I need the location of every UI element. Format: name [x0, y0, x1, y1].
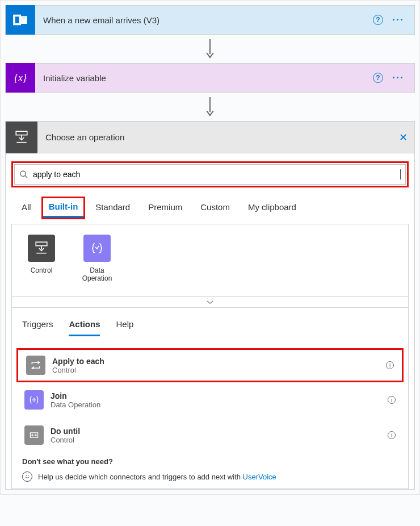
subtab-help[interactable]: Help	[116, 319, 133, 336]
svg-point-17	[26, 475, 27, 476]
action-name: Do until	[51, 427, 381, 436]
variable-icon: {x}	[6, 63, 35, 93]
connector-data-operation[interactable]: Data Operation	[78, 235, 116, 282]
footer-hint: Don't see what you need? Help us decide …	[22, 457, 398, 482]
join-icon	[24, 390, 44, 410]
action-do-until[interactable]: Do until Control i	[22, 422, 398, 448]
subtab-triggers[interactable]: Triggers	[22, 319, 53, 336]
tab-standard[interactable]: Standard	[87, 199, 138, 219]
tab-builtin-highlight: Built-in	[41, 197, 86, 219]
svg-point-8	[20, 171, 26, 176]
trigger-email-card[interactable]: When a new email arrives (V3) ? ···	[5, 5, 415, 35]
action-name: Join	[51, 391, 381, 400]
action-connector: Data Operation	[51, 400, 381, 409]
help-icon[interactable]: ?	[373, 15, 383, 25]
apply-to-each-highlight: Apply to each Control i	[16, 348, 404, 382]
tab-builtin[interactable]: Built-in	[43, 198, 84, 218]
connector-arrow-icon	[203, 35, 217, 63]
collapse-toggle[interactable]	[11, 297, 409, 308]
choose-operation-panel: Choose an operation ✕ All Built-in Stand…	[5, 121, 415, 490]
connector-arrow-icon	[203, 93, 217, 121]
svg-point-18	[28, 475, 28, 476]
tab-all[interactable]: All	[14, 199, 39, 219]
info-icon[interactable]: i	[388, 431, 396, 439]
connectors-grid: Control Data Operation	[11, 224, 409, 297]
connector-label: Control	[31, 266, 53, 274]
tab-premium[interactable]: Premium	[140, 199, 190, 219]
tab-clipboard[interactable]: My clipboard	[240, 199, 304, 219]
svg-point-14	[33, 398, 35, 399]
panel-title: Choose an operation	[37, 132, 392, 142]
chevron-down-icon	[206, 299, 214, 305]
footer-question: Don't see what you need?	[22, 457, 398, 466]
uservoice-link[interactable]: UserVoice	[243, 473, 276, 481]
action-join[interactable]: Join Data Operation i	[22, 387, 398, 413]
trigger-title: When a new email arrives (V3)	[35, 15, 373, 25]
smiley-icon	[22, 471, 32, 482]
action-connector: Control	[52, 366, 379, 374]
initialize-variable-card[interactable]: {x} Initialize variable ? ···	[5, 63, 415, 93]
search-icon	[19, 170, 28, 179]
data-operation-icon	[83, 235, 111, 262]
action-apply-to-each[interactable]: Apply to each Control i	[24, 352, 396, 378]
search-highlight	[11, 161, 409, 187]
svg-line-9	[25, 176, 27, 178]
help-icon[interactable]: ?	[373, 73, 383, 83]
tab-custom[interactable]: Custom	[192, 199, 238, 219]
outlook-icon	[6, 5, 35, 35]
action-connector: Control	[51, 436, 381, 444]
search-field[interactable]	[33, 170, 396, 179]
close-icon[interactable]: ✕	[392, 131, 414, 144]
variable-title: Initialize variable	[35, 73, 373, 83]
svg-rect-5	[16, 131, 27, 135]
more-menu-icon[interactable]: ···	[392, 14, 404, 26]
search-input[interactable]	[14, 164, 406, 185]
footer-text: Help us decide which connectors and trig…	[38, 473, 243, 481]
connector-label: Data Operation	[78, 266, 116, 282]
operation-icon	[6, 122, 37, 153]
info-icon[interactable]: i	[386, 361, 394, 369]
action-name: Apply to each	[52, 357, 379, 366]
do-until-icon	[24, 425, 44, 445]
svg-point-15	[33, 401, 35, 402]
svg-rect-10	[36, 242, 47, 246]
loop-icon	[26, 356, 45, 375]
control-icon	[28, 235, 55, 262]
info-icon[interactable]: i	[388, 396, 396, 404]
connector-control[interactable]: Control	[22, 235, 61, 282]
svg-rect-1	[15, 16, 19, 23]
more-menu-icon[interactable]: ···	[392, 72, 404, 84]
subtab-actions[interactable]: Actions	[69, 319, 100, 336]
